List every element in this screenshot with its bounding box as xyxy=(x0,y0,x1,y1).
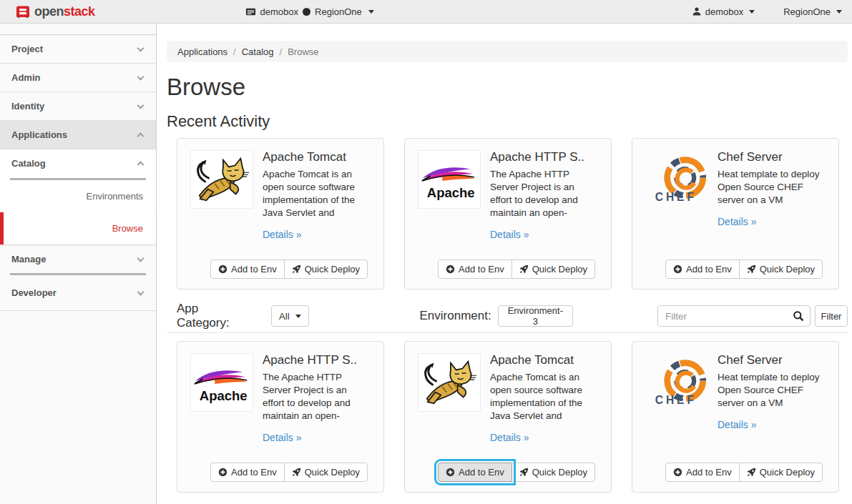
app-title: Chef Server xyxy=(718,150,826,164)
sidebar-item-label: Catalog xyxy=(11,158,46,169)
quick-deploy-button[interactable]: Quick Deploy xyxy=(739,463,823,482)
app-title: Apache Tomcat xyxy=(490,353,598,367)
chevron-down-icon xyxy=(749,10,755,14)
sidebar-item-label: Developer xyxy=(11,287,57,298)
app-title: Apache HTTP S.. xyxy=(263,353,371,367)
sidebar-item-browse[interactable]: Browse xyxy=(0,212,156,244)
page-title: Browse xyxy=(167,74,848,101)
sidebar-item-admin[interactable]: Admin xyxy=(0,64,156,92)
switcher-project-label: demobox xyxy=(260,6,298,17)
plus-circle-icon xyxy=(218,468,227,477)
chevron-down-icon xyxy=(137,102,145,109)
quick-deploy-button[interactable]: Quick Deploy xyxy=(511,260,595,279)
button-label: Add to Env xyxy=(686,264,732,275)
rocket-icon xyxy=(292,468,301,477)
sidebar-item-label: Browse xyxy=(112,223,143,234)
button-label: Quick Deploy xyxy=(760,264,815,275)
add-to-env-button-highlighted[interactable]: Add to Env xyxy=(438,463,512,482)
button-label: Add to Env xyxy=(459,264,504,275)
filter-search-input[interactable] xyxy=(657,305,811,327)
rocket-icon xyxy=(519,265,529,274)
tomcat-logo-icon xyxy=(418,353,481,412)
add-to-env-button[interactable]: Add to Env xyxy=(665,260,740,279)
breadcrumb-applications[interactable]: Applications xyxy=(177,46,227,57)
user-menu-label: demobox xyxy=(705,6,743,17)
sidebar-item-project[interactable]: Project xyxy=(0,35,156,64)
environment-select-button[interactable]: Environment-3 xyxy=(498,305,573,327)
button-label: Quick Deploy xyxy=(305,264,360,275)
app-card-apache-http: Apache Apache HTTP S.. The Apache HTTP S… xyxy=(177,341,384,493)
app-category-dropdown[interactable]: All xyxy=(271,305,308,327)
button-label: Filter xyxy=(821,311,842,322)
plus-circle-icon xyxy=(446,265,455,274)
rocket-icon xyxy=(292,265,301,274)
sidebar-item-label: Identity xyxy=(11,101,44,112)
app-card-tomcat: Apache Tomcat Apache Tomcat is an open s… xyxy=(177,138,384,290)
button-label: Add to Env xyxy=(231,467,277,478)
app-card-apache-http: Apache Apache HTTP S.. The Apache HTTP S… xyxy=(404,138,612,290)
breadcrumb-separator: / xyxy=(280,46,283,57)
sidebar-item-label: Manage xyxy=(11,254,46,265)
button-label: Add to Env xyxy=(459,467,504,478)
app-description: Heat template to deploy Open Source CHEF… xyxy=(718,168,826,207)
sidebar-top-stub xyxy=(0,24,156,35)
app-title: Apache HTTP S.. xyxy=(490,150,598,164)
details-link[interactable]: Details » xyxy=(490,229,529,240)
sidebar-item-catalog[interactable]: Catalog xyxy=(0,149,156,178)
add-to-env-button[interactable]: Add to Env xyxy=(438,260,512,279)
openstack-logo[interactable]: openstack xyxy=(16,4,95,19)
user-menu[interactable]: demobox xyxy=(692,6,755,17)
region-menu[interactable]: RegionOne xyxy=(783,6,842,17)
button-label: Quick Deploy xyxy=(760,467,815,478)
project-region-switcher[interactable]: demobox RegionOne xyxy=(245,6,374,17)
sidebar-item-developer[interactable]: Developer xyxy=(0,275,156,311)
plus-circle-icon xyxy=(218,265,227,274)
details-link[interactable]: Details » xyxy=(718,216,756,227)
recent-activity-title: Recent Activity xyxy=(167,112,848,131)
sidebar-item-label: Admin xyxy=(11,72,40,83)
sidebar-item-environments[interactable]: Environments xyxy=(0,180,156,212)
quick-deploy-button[interactable]: Quick Deploy xyxy=(284,260,368,279)
filter-submit-button[interactable]: Filter xyxy=(815,305,848,327)
section-rule xyxy=(167,332,848,333)
search-icon xyxy=(793,310,804,322)
filter-bar: App Category: All Environment: Environme… xyxy=(167,305,848,327)
app-card-tomcat: Apache Tomcat Apache Tomcat is an open s… xyxy=(404,341,612,493)
rocket-icon xyxy=(519,468,529,477)
add-to-env-button[interactable]: Add to Env xyxy=(210,260,285,279)
add-to-env-button[interactable]: Add to Env xyxy=(665,463,740,482)
sidebar-item-identity[interactable]: Identity xyxy=(0,92,156,121)
button-label: Add to Env xyxy=(686,467,732,478)
plus-circle-icon xyxy=(673,468,682,477)
plus-circle-icon xyxy=(446,468,455,477)
app-card-chef: CHEF Chef Server Heat template to deploy… xyxy=(632,138,839,290)
sidebar-item-applications[interactable]: Applications xyxy=(0,121,156,149)
chevron-down-icon xyxy=(137,255,145,262)
switcher-region-label: RegionOne xyxy=(315,6,362,17)
quick-deploy-button[interactable]: Quick Deploy xyxy=(284,463,368,482)
details-link[interactable]: Details » xyxy=(718,419,756,430)
chef-logo-text: CHEF xyxy=(655,191,697,203)
add-to-env-button[interactable]: Add to Env xyxy=(210,463,285,482)
app-description: Apache Tomcat is an open source software… xyxy=(490,371,598,423)
app-title: Chef Server xyxy=(718,353,826,367)
details-link[interactable]: Details » xyxy=(263,432,301,443)
sidebar-item-manage[interactable]: Manage xyxy=(0,244,156,273)
apache-logo-icon: Apache xyxy=(418,150,481,209)
catalog-section: Catalog Environments Browse xyxy=(0,149,156,244)
panel-icon xyxy=(245,6,256,17)
chevron-up-icon xyxy=(137,161,145,168)
rocket-icon xyxy=(747,468,756,477)
apache-logo-icon: Apache xyxy=(190,353,253,412)
quick-deploy-button[interactable]: Quick Deploy xyxy=(739,260,823,279)
details-link[interactable]: Details » xyxy=(263,229,301,240)
quick-deploy-button[interactable]: Quick Deploy xyxy=(511,463,595,482)
user-icon xyxy=(692,6,702,16)
apache-logo-text: Apache xyxy=(427,185,475,200)
breadcrumb-catalog[interactable]: Catalog xyxy=(242,46,274,57)
chevron-down-icon xyxy=(295,315,301,318)
details-link[interactable]: Details » xyxy=(490,432,529,443)
openstack-logo-icon xyxy=(16,4,30,19)
sidebar-item-label: Applications xyxy=(11,129,67,140)
chevron-down-icon xyxy=(368,10,374,14)
